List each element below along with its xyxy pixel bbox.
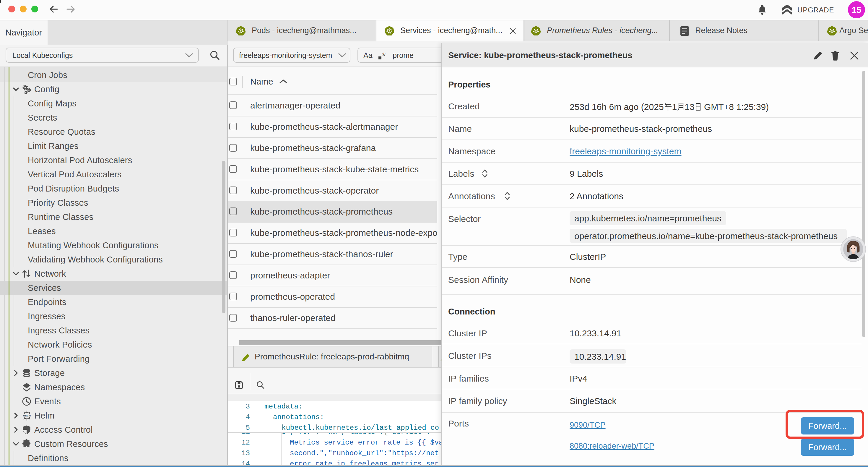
svg-text:HELM: HELM — [23, 414, 31, 417]
